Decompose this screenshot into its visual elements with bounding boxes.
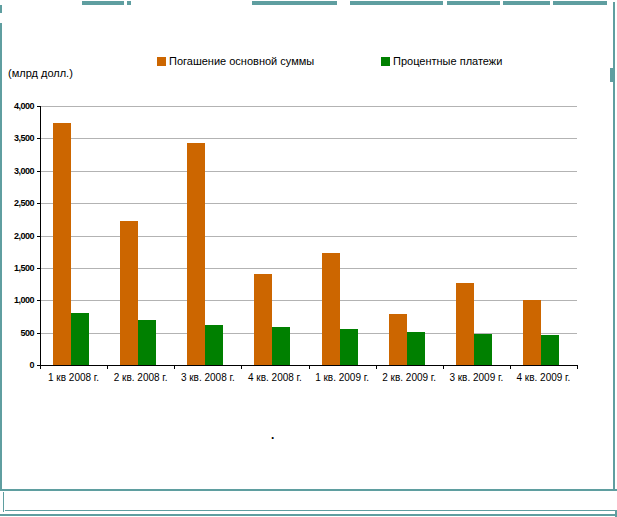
x-axis-tick — [174, 365, 175, 369]
y-tick-label: 1,000 — [0, 295, 34, 305]
top-border-fragment — [252, 1, 337, 5]
y-tick-label: 3,000 — [0, 166, 34, 176]
gridline — [40, 138, 577, 139]
top-border-fragment — [127, 1, 131, 5]
legend-item-principal: Погашение основной суммы — [157, 55, 314, 67]
bar-interest — [272, 327, 290, 365]
empty-row-border — [3, 492, 4, 512]
top-border-fragment — [82, 1, 124, 5]
top-border-fragment — [447, 1, 500, 5]
x-axis-tick — [577, 365, 578, 369]
gridline — [40, 106, 577, 107]
bar-interest — [71, 313, 89, 365]
x-axis-tick — [107, 365, 108, 369]
top-border-fragment — [553, 1, 607, 5]
bar-interest — [541, 335, 559, 365]
y-tick-label: 1,500 — [0, 263, 34, 273]
footnote-dot: . — [271, 428, 274, 442]
x-axis-tick — [241, 365, 242, 369]
empty-row-border — [0, 514, 617, 516]
bar-principal — [389, 314, 407, 365]
gridline — [40, 171, 577, 172]
right-border-fragment — [610, 68, 614, 82]
bar-principal — [53, 123, 71, 365]
left-border — [0, 23, 2, 490]
x-axis-tick — [443, 365, 444, 369]
bar-principal — [523, 300, 541, 365]
top-border-fragment — [350, 1, 443, 5]
legend-label-principal: Погашение основной суммы — [169, 55, 314, 67]
bar-interest — [474, 334, 492, 365]
bar-principal — [322, 253, 340, 365]
x-axis-tick — [40, 365, 41, 369]
y-tick-label: 2,000 — [0, 231, 34, 241]
y-axis-line — [40, 106, 41, 365]
legend-swatch-interest — [381, 57, 390, 66]
legend-item-interest: Процентные платежи — [381, 55, 502, 67]
y-tick-label: 3,500 — [0, 133, 34, 143]
bar-interest — [340, 329, 358, 365]
legend-swatch-principal — [157, 57, 166, 66]
bar-principal — [120, 221, 138, 365]
bar-interest — [407, 332, 425, 365]
document-page: (млрд долл.) Погашение основной суммы Пр… — [0, 0, 617, 517]
y-tick-label: 4,000 — [0, 101, 34, 111]
x-axis-tick — [510, 365, 511, 369]
y-axis-unit-label: (млрд долл.) — [8, 67, 73, 79]
x-axis-tick — [376, 365, 377, 369]
x-axis-tick — [309, 365, 310, 369]
y-tick-label: 500 — [0, 328, 34, 338]
top-border-fragment — [503, 1, 550, 5]
bar-principal — [187, 143, 205, 365]
empty-row-border — [5, 510, 616, 511]
legend-label-interest: Процентные платежи — [393, 55, 502, 67]
bar-principal — [456, 283, 474, 365]
bar-interest — [205, 325, 223, 365]
bottom-border — [0, 489, 617, 491]
bar-interest — [138, 320, 156, 365]
y-tick-label: 2,500 — [0, 198, 34, 208]
left-border-fragment — [0, 5, 2, 13]
gridline — [40, 203, 577, 204]
y-tick-label: 0 — [0, 360, 34, 370]
x-tick-label: 4 кв. 2009 г. — [503, 372, 583, 384]
bar-principal — [254, 274, 272, 365]
